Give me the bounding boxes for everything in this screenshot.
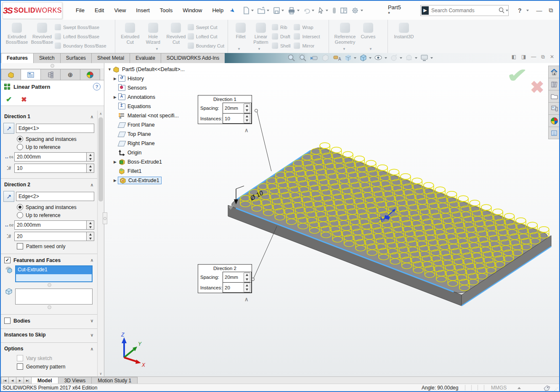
next-tab-button[interactable]: ▶: [16, 377, 24, 384]
menu-tools[interactable]: Tools: [156, 5, 177, 16]
expand-arrow-icon[interactable]: ▼: [107, 67, 112, 72]
spin-buttons[interactable]: [244, 283, 250, 292]
linear-pattern-button[interactable]: Linear Pattern: [250, 21, 272, 45]
last-tab-button[interactable]: ▶|: [24, 377, 32, 384]
tree-root[interactable]: ▼ Part5 (Default<<Default>...: [107, 65, 197, 74]
expand-icon[interactable]: ∨: [90, 318, 94, 323]
intersect-button[interactable]: Intersect: [294, 33, 320, 40]
hole-wizard-button[interactable]: Hole Wizard: [142, 21, 165, 45]
undo-button[interactable]: [302, 5, 316, 16]
ok-button[interactable]: ✔: [6, 95, 12, 104]
tree-item-right-plane[interactable]: Right Plane: [112, 139, 197, 148]
3d-views-tab[interactable]: 3D Views: [58, 377, 92, 384]
d2-instances-spin[interactable]: [86, 232, 94, 241]
search-scope-icon[interactable]: ▶: [422, 6, 429, 15]
tab-sheet-metal[interactable]: Sheet Metal: [91, 53, 130, 63]
expand-arrow-icon[interactable]: ▶: [112, 178, 118, 183]
motion-study-tab[interactable]: Motion Study 1: [91, 377, 138, 384]
search-icon[interactable]: [497, 6, 504, 15]
view-settings-icon[interactable]: [420, 53, 433, 62]
collapse-icon[interactable]: ∧: [90, 347, 94, 351]
touch-mode-icon[interactable]: [330, 5, 338, 16]
child-close-icon[interactable]: ✕: [550, 54, 554, 60]
instances-to-skip-header[interactable]: Instances to Skip∨: [1, 331, 98, 339]
direction2-header[interactable]: Direction 2∧: [1, 180, 98, 189]
scrollbar-thumb[interactable]: [98, 117, 103, 201]
edit-appearance-icon[interactable]: [390, 53, 402, 62]
minimize-button[interactable]: —: [533, 6, 546, 15]
tab-sketch[interactable]: Sketch: [33, 53, 61, 63]
menu-insert[interactable]: Insert: [132, 5, 154, 16]
collapse-icon[interactable]: ∧: [90, 114, 94, 119]
pattern-flyout-caret[interactable]: ▼: [257, 47, 261, 51]
span-displays-button[interactable]: ⧉: [546, 5, 557, 15]
zoom-to-fit-icon[interactable]: [287, 53, 296, 62]
selected-feature-item[interactable]: Cut-Extrude1: [16, 266, 92, 274]
tree-item-front-plane[interactable]: Front Plane: [112, 120, 197, 130]
features-faces-header[interactable]: ✓Features and Faces∧: [1, 256, 98, 265]
help-caret[interactable]: [526, 10, 529, 11]
task-pane-toggle-icon[interactable]: [339, 6, 349, 15]
open-caret[interactable]: [267, 10, 269, 11]
lofted-boss-button[interactable]: Lofted Boss/Base: [55, 33, 106, 40]
expand-arrow-icon[interactable]: ▶: [112, 77, 118, 81]
propertymanager-tab[interactable]: [21, 69, 41, 80]
tree-item-sensors[interactable]: ◍ Sensors: [112, 83, 197, 93]
display-style-caret[interactable]: [369, 57, 372, 59]
help-icon[interactable]: ?: [93, 83, 101, 90]
annotation-views-icon[interactable]: A: [332, 53, 341, 62]
previous-view-icon[interactable]: [310, 53, 318, 62]
tree-item-top-plane[interactable]: Top Plane: [112, 130, 197, 139]
d1-instances-input[interactable]: 10: [14, 164, 94, 173]
home-icon[interactable]: [548, 66, 560, 78]
expand-icon[interactable]: ∨: [90, 333, 94, 337]
file-explorer-icon[interactable]: [548, 90, 560, 103]
options-caret[interactable]: [361, 10, 363, 11]
menu-window[interactable]: Window: [178, 5, 206, 16]
pattern-seed-only-checkbox[interactable]: Pattern seed only: [17, 243, 94, 249]
save-button[interactable]: [271, 5, 285, 16]
direction1-edge-field[interactable]: Edge<1>: [16, 124, 94, 133]
curves-flyout-caret[interactable]: ▼: [369, 47, 372, 51]
revolved-boss-button[interactable]: Revolved Boss/Base: [29, 21, 55, 45]
scene-caret[interactable]: [415, 57, 417, 59]
listbox-resize-grip[interactable]: [48, 283, 51, 287]
view-settings-caret[interactable]: [430, 57, 433, 59]
confirmation-corner-cancel[interactable]: ✖: [530, 77, 544, 97]
options-header[interactable]: Options∧: [1, 344, 98, 353]
d1-up-to-reference-radio[interactable]: Up to reference: [17, 144, 94, 150]
model-tab[interactable]: Model: [31, 377, 58, 384]
callout2-instances-input[interactable]: 20: [223, 282, 252, 293]
hide-show-items-icon[interactable]: [374, 53, 387, 62]
reference-geometry-button[interactable]: Reference Geometry: [332, 21, 358, 45]
fillet-flyout-caret[interactable]: ▼: [237, 47, 241, 51]
d2-spacing-spin[interactable]: [86, 221, 94, 229]
draft-button[interactable]: Draft: [272, 33, 290, 40]
units-caret[interactable]: [518, 387, 521, 389]
appearance-caret[interactable]: [400, 57, 402, 59]
callout1-instances-input[interactable]: 10: [223, 113, 252, 124]
prev-tab-button[interactable]: ◀: [8, 377, 16, 384]
first-tab-button[interactable]: |◀: [1, 377, 9, 384]
direction2-edge-field[interactable]: Edge<2>: [16, 192, 94, 201]
scroll-up-arrow[interactable]: ∧: [98, 111, 104, 117]
graphics-viewport[interactable]: Ø 10 Z Y X ▼ Part5 (De: [104, 63, 559, 376]
units-selector[interactable]: MMGS: [491, 385, 521, 391]
direction2-callout[interactable]: Direction 2 Spacing: 20mm Instances: 20: [198, 264, 252, 293]
resize-grip[interactable]: ⋰: [554, 387, 558, 391]
panel-resize-handle[interactable]: [1, 63, 104, 69]
panel-splitter-grip[interactable]: [103, 212, 107, 224]
show-right-pane-icon[interactable]: ◨: [521, 54, 526, 60]
displaymanager-tab[interactable]: [80, 69, 100, 80]
tag-icon[interactable]: [543, 384, 551, 392]
expand-arrow-icon[interactable]: ▶: [112, 160, 118, 164]
display-style-icon[interactable]: [359, 53, 372, 62]
d1-spacing-spin[interactable]: [86, 153, 94, 161]
direction1-header[interactable]: Direction 1∧: [1, 112, 98, 121]
search-caret[interactable]: [506, 10, 508, 11]
curves-button[interactable]: Curves: [358, 21, 379, 40]
tree-item-cut-extrude1[interactable]: ▶ Cut-Extrude1: [112, 176, 197, 185]
select-button[interactable]: [316, 5, 329, 16]
spin-buttons[interactable]: [244, 103, 250, 113]
cancel-button[interactable]: ✖: [21, 95, 27, 103]
